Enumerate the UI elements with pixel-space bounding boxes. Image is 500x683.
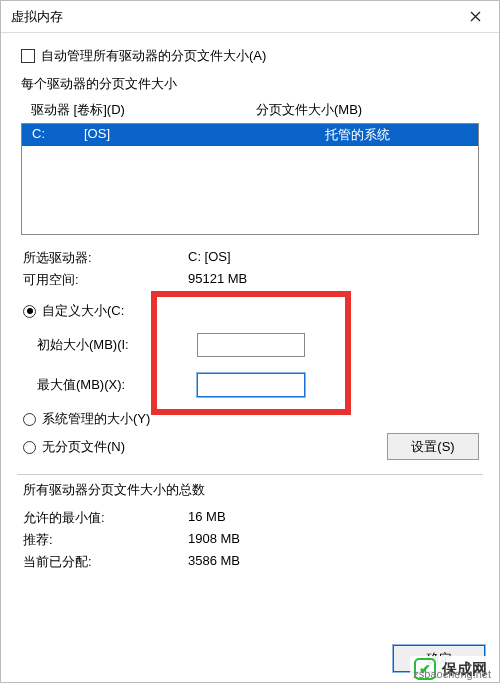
rec-label: 推荐: — [23, 531, 188, 549]
per-drive-heading: 每个驱动器的分页文件大小 — [21, 75, 483, 93]
rec-value: 1908 MB — [188, 531, 483, 549]
close-icon[interactable] — [459, 5, 491, 29]
min-label: 允许的最小值: — [23, 509, 188, 527]
drive-letter: C: — [32, 126, 84, 144]
dialog-content: 自动管理所有驱动器的分页文件大小(A) 每个驱动器的分页文件大小 驱动器 [卷标… — [1, 33, 499, 583]
max-size-label: 最大值(MB)(X): — [37, 376, 197, 394]
set-button[interactable]: 设置(S) — [387, 433, 479, 460]
selected-drive-label: 所选驱动器: — [23, 249, 188, 267]
titlebar: 虚拟内存 — [1, 1, 499, 33]
no-paging-label: 无分页文件(N) — [42, 438, 125, 456]
max-size-input[interactable] — [197, 373, 305, 397]
watermark-url: zsbaocheng.net — [413, 668, 491, 680]
totals-block: 允许的最小值: 16 MB 推荐: 1908 MB 当前已分配: 3586 MB — [17, 507, 483, 573]
paging-value: 托管的系统 — [254, 126, 470, 144]
cur-label: 当前已分配: — [23, 553, 188, 571]
totals-heading: 所有驱动器分页文件大小的总数 — [23, 481, 483, 499]
system-managed-radio-row[interactable]: 系统管理的大小(Y) — [23, 405, 483, 433]
auto-manage-row[interactable]: 自动管理所有驱动器的分页文件大小(A) — [17, 47, 483, 65]
system-managed-label: 系统管理的大小(Y) — [42, 410, 150, 428]
cur-value: 3586 MB — [188, 553, 483, 571]
custom-size-inputs: 初始大小(MB)(I: 最大值(MB)(X): — [37, 325, 483, 405]
window-title: 虚拟内存 — [11, 8, 63, 26]
custom-size-radio-row[interactable]: 自定义大小(C: — [23, 297, 483, 325]
custom-size-label: 自定义大小(C: — [42, 302, 124, 320]
auto-manage-label: 自动管理所有驱动器的分页文件大小(A) — [41, 47, 266, 65]
system-managed-radio[interactable] — [23, 413, 36, 426]
initial-size-label: 初始大小(MB)(I: — [37, 336, 197, 354]
initial-size-input[interactable] — [197, 333, 305, 357]
divider — [17, 474, 483, 475]
volume-label: [OS] — [84, 126, 254, 144]
free-space-label: 可用空间: — [23, 271, 188, 289]
selected-drive-value: C: [OS] — [188, 249, 483, 267]
selected-drive-info: 所选驱动器: C: [OS] 可用空间: 95121 MB — [17, 247, 483, 291]
table-header: 驱动器 [卷标](D) 分页文件大小(MB) — [17, 97, 483, 123]
auto-manage-checkbox[interactable] — [21, 49, 35, 63]
list-item[interactable]: C: [OS] 托管的系统 — [22, 124, 478, 146]
drive-listbox[interactable]: C: [OS] 托管的系统 — [21, 123, 479, 235]
col-drive-header: 驱动器 [卷标](D) — [31, 101, 256, 119]
no-paging-radio[interactable] — [23, 441, 36, 454]
col-paging-header: 分页文件大小(MB) — [256, 101, 475, 119]
min-value: 16 MB — [188, 509, 483, 527]
custom-size-radio[interactable] — [23, 305, 36, 318]
free-space-value: 95121 MB — [188, 271, 483, 289]
size-mode-section: 自定义大小(C: 初始大小(MB)(I: 最大值(MB)(X): 系统管理的大小… — [17, 297, 483, 460]
